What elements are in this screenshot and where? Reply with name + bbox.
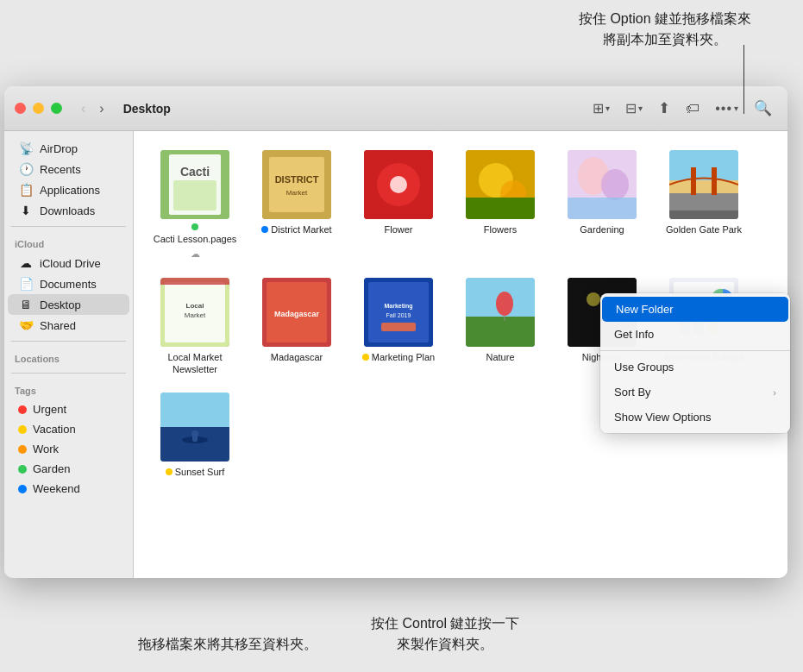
file-item-madagascar[interactable]: Madagascar Madagascar — [249, 273, 344, 381]
svg-rect-14 — [466, 198, 535, 219]
file-thumb-madagascar: Madagascar — [262, 278, 331, 347]
sidebar-item-icloud-drive[interactable]: ☁ iCloud Drive — [8, 253, 129, 273]
more-icon: ••• — [715, 101, 732, 116]
svg-rect-54 — [192, 431, 198, 442]
context-menu-item-new-folder[interactable]: New Folder — [602, 297, 788, 322]
applications-icon: 📋 — [18, 183, 34, 197]
file-thumb-sunset — [160, 393, 229, 462]
local-market-thumbnail-svg: Local Market — [160, 278, 229, 347]
view-grid-button[interactable]: ⊞ ▾ — [587, 97, 615, 120]
view-group-chevron: ▾ — [638, 104, 643, 113]
file-item-nature[interactable]: Nature — [453, 273, 548, 381]
more-chevron: ▾ — [734, 104, 738, 113]
file-item-local-market[interactable]: Local Market Local Market Newsletter — [147, 273, 242, 381]
file-label: Gardening — [580, 223, 624, 236]
file-label: Madagascar — [271, 351, 323, 363]
sidebar-item-desktop[interactable]: 🖥 Desktop — [8, 294, 129, 315]
file-label: Flower — [384, 223, 412, 236]
sidebar-item-documents[interactable]: 📄 Documents — [8, 273, 129, 294]
sort-by-label: Sort By — [614, 386, 651, 399]
svg-rect-23 — [712, 167, 717, 195]
sidebar-item-shared[interactable]: 🤝 Shared — [8, 315, 129, 336]
svg-rect-27 — [160, 278, 229, 285]
file-thumb-cacti: Cacti Lesson — [160, 150, 229, 219]
file-label: Sunset Surf — [166, 466, 224, 478]
svg-point-40 — [496, 292, 513, 316]
sidebar-item-tag-urgent[interactable]: Urgent — [8, 399, 129, 419]
forward-button[interactable]: › — [94, 99, 109, 118]
context-menu-item-sort-by[interactable]: Sort By › — [600, 380, 790, 405]
close-button[interactable] — [15, 103, 26, 114]
file-item-flower[interactable]: Flower — [351, 145, 446, 266]
maximize-button[interactable] — [51, 103, 62, 114]
sidebar-item-recents[interactable]: 🕐 Recents — [8, 159, 129, 179]
sidebar-item-applications[interactable]: 📋 Applications — [8, 179, 129, 200]
icloud-section-label: iCloud — [4, 232, 133, 253]
weekend-dot — [18, 485, 27, 493]
more-button[interactable]: ••• ▾ — [710, 97, 743, 120]
file-item-golden-gate[interactable]: Golden Gate Park — [656, 145, 751, 266]
svg-text:Marketing: Marketing — [384, 303, 412, 310]
svg-point-17 — [601, 169, 629, 200]
file-item-district[interactable]: DISTRICT Market District Market — [249, 145, 344, 266]
garden-dot — [18, 465, 27, 474]
context-menu-item-get-info[interactable]: Get Info — [600, 322, 790, 347]
svg-text:Cacti: Cacti — [180, 165, 210, 179]
sidebar-item-downloads[interactable]: ⬇ Downloads — [8, 200, 129, 221]
tag-button[interactable]: 🏷 — [681, 97, 705, 120]
vacation-dot — [18, 425, 27, 434]
sidebar-item-tag-garden[interactable]: Garden — [8, 459, 129, 479]
search-button[interactable]: 🔍 — [749, 96, 777, 121]
context-menu-item-use-groups[interactable]: Use Groups — [600, 355, 790, 380]
file-item-marketing[interactable]: Marketing Fall 2019 Marketing Plan — [351, 273, 446, 381]
svg-rect-18 — [568, 198, 637, 219]
downloads-icon: ⬇ — [18, 204, 34, 217]
minimize-button[interactable] — [33, 103, 44, 114]
tag-icon: 🏷 — [686, 101, 699, 116]
sidebar-item-label: Recents — [40, 163, 81, 176]
file-dot — [261, 226, 268, 233]
icloud-icon: ☁ — [191, 248, 200, 260]
file-dot — [362, 354, 369, 361]
svg-point-10 — [390, 176, 407, 193]
view-group-button[interactable]: ⊟ ▾ — [620, 97, 648, 120]
file-thumb-marketing: Marketing Fall 2019 — [364, 278, 433, 347]
locations-label: Locations — [4, 347, 133, 367]
back-button[interactable]: ‹ — [76, 99, 91, 118]
sidebar-item-tag-weekend[interactable]: Weekend — [8, 479, 129, 499]
sidebar-item-label: iCloud Drive — [40, 257, 101, 270]
search-icon: 🔍 — [754, 99, 772, 117]
view-grid-icon: ⊞ — [593, 100, 604, 116]
sort-by-chevron: › — [773, 387, 776, 398]
sunset-thumbnail-svg — [160, 393, 229, 462]
context-menu: New Folder Get Info Use Groups Sort By ›… — [600, 293, 790, 433]
annotation-bottom-left-text: 拖移檔案來將其移至資料夾。 — [138, 637, 317, 651]
tags-label: Tags — [4, 379, 133, 399]
svg-rect-3 — [173, 180, 216, 210]
urgent-dot — [18, 405, 27, 414]
file-item-flowers[interactable]: Flowers — [453, 145, 548, 266]
new-folder-label: New Folder — [616, 303, 673, 316]
file-label: District Market — [261, 223, 331, 236]
sidebar-item-airdrop[interactable]: 📡 AirDrop — [8, 138, 129, 159]
file-item-cacti[interactable]: Cacti Lesson Cacti Lesson.pages ☁ — [147, 145, 242, 266]
file-label: Golden Gate Park — [666, 223, 742, 236]
shared-icon: 🤝 — [18, 318, 34, 332]
svg-rect-24 — [669, 210, 738, 219]
svg-rect-19 — [669, 150, 738, 180]
sidebar-item-label: Vacation — [33, 423, 76, 436]
golden-gate-thumbnail-svg — [669, 150, 738, 219]
gardening-thumbnail-svg — [568, 150, 637, 219]
annotation-top: 按住 Option 鍵並拖移檔案來將副本加至資料夾。 — [579, 9, 751, 50]
file-item-sunset[interactable]: Sunset Surf — [147, 387, 242, 483]
svg-point-43 — [587, 292, 600, 306]
share-button[interactable]: ⬆ — [653, 96, 675, 121]
sidebar-item-label: Work — [33, 443, 59, 455]
sidebar-item-tag-vacation[interactable]: Vacation — [8, 419, 129, 439]
annotation-bottom-left: 拖移檔案來將其移至資料夾。 — [138, 634, 317, 655]
sidebar-item-tag-work[interactable]: Work — [8, 439, 129, 459]
annotation-bottom-right-text: 按住 Control 鍵並按一下來製作資料夾。 — [371, 616, 519, 651]
context-menu-item-show-view[interactable]: Show View Options — [600, 405, 790, 430]
file-item-gardening[interactable]: Gardening — [555, 145, 649, 266]
share-icon: ⬆ — [658, 99, 670, 117]
